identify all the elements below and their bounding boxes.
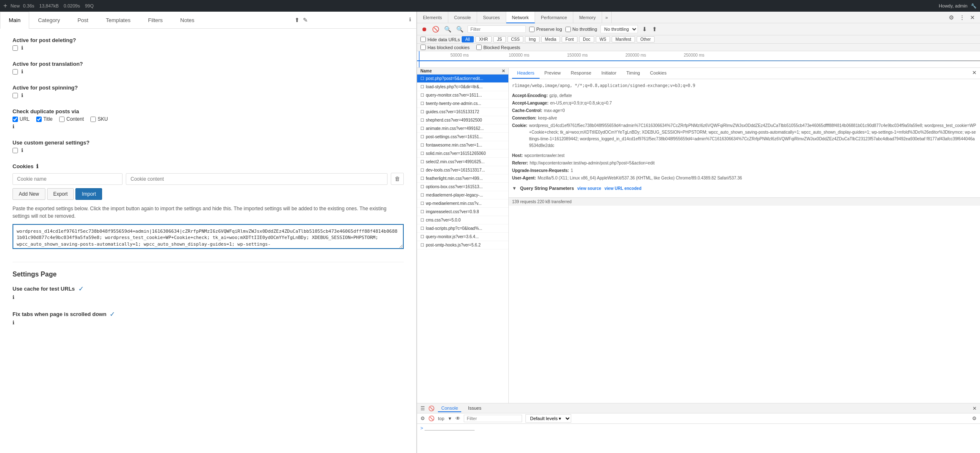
console-clear-icon[interactable]: 🚫 (428, 406, 435, 411)
blocked-requests-checkbox[interactable] (476, 45, 482, 50)
duplicate-check-info-icon[interactable]: ℹ (12, 124, 15, 129)
disable-cache-checkbox[interactable] (565, 27, 571, 32)
filter-button[interactable]: 🔍 (443, 25, 452, 33)
tab-templates[interactable]: Templates (97, 12, 139, 28)
import-textarea[interactable]: wordpress_d14cd1ef9761f5ec738b048f955659… (12, 224, 404, 249)
info-button[interactable]: ℹ (404, 12, 416, 28)
console-filter-input[interactable] (464, 415, 522, 422)
hide-data-urls-checkbox[interactable] (420, 37, 426, 42)
duplicate-content-checkbox[interactable] (59, 117, 65, 122)
request-item-0[interactable]: ☐ post.php?post=5&action=edit... (417, 75, 508, 83)
custom-settings-info-icon[interactable]: ℹ (21, 147, 23, 153)
filter-other-button[interactable]: Other (637, 36, 655, 42)
cookie-content-input[interactable] (126, 173, 388, 185)
request-item-7[interactable]: ☐ post-settings.css?ver=16151... (417, 133, 508, 141)
custom-settings-checkbox[interactable] (12, 148, 18, 153)
duplicate-check-url[interactable]: URL (12, 116, 30, 122)
duplicate-check-content[interactable]: Content (59, 116, 84, 122)
request-item-13[interactable]: ☐ options-box.css?ver=161513... (417, 183, 508, 191)
request-item-1[interactable]: ☐ load-styles.php?c=0&dir=ltr&... (417, 83, 508, 91)
export-har-button[interactable]: ⬆ (651, 25, 658, 33)
has-blocked-cookies-label[interactable]: Has blocked cookies (420, 45, 470, 50)
cookie-delete-button[interactable]: 🗑 (391, 173, 404, 185)
devtools-tab-console[interactable]: Console (448, 12, 477, 23)
console-context-dropdown[interactable]: ▼ (448, 416, 452, 421)
request-item-18[interactable]: ☐ load-scripts.php?c=0&load%... (417, 224, 508, 233)
filter-css-button[interactable]: CSS (508, 36, 524, 42)
post-spinning-checkbox[interactable] (12, 93, 18, 98)
details-tab-cookies[interactable]: Cookies (645, 68, 672, 79)
tab-category[interactable]: Category (29, 12, 69, 28)
request-item-11[interactable]: ☐ dev-tools.css?ver=161513317... (417, 166, 508, 174)
filter-media-button[interactable]: Media (541, 36, 560, 42)
devtools-tab-memory[interactable]: Memory (573, 12, 602, 23)
request-item-20[interactable]: ☐ post-smtp-hooks.js?ver=5.6.2 (417, 241, 508, 249)
details-tab-headers[interactable]: Headers (512, 68, 540, 79)
console-levels-select[interactable]: Default levels ▾ (525, 414, 571, 423)
console-input-cursor[interactable] (425, 426, 475, 431)
duplicate-check-title[interactable]: Title (36, 116, 52, 122)
console-tab-issues[interactable]: Issues (465, 405, 485, 412)
request-item-6[interactable]: ☐ animate.min.css?ver=499162... (417, 124, 508, 133)
details-tab-response[interactable]: Response (566, 68, 597, 79)
filter-doc-button[interactable]: Doc (579, 36, 594, 42)
filter-font-button[interactable]: Font (562, 36, 578, 42)
cookies-info-icon[interactable]: ℹ (36, 163, 38, 169)
throttle-select[interactable]: No throttling (600, 25, 638, 33)
import-har-button[interactable]: ⬇ (641, 25, 648, 33)
upload-icon[interactable]: ⬆ (295, 17, 300, 23)
filter-img-button[interactable]: Img (525, 36, 540, 42)
close-details-icon[interactable]: ✕ (502, 69, 505, 73)
record-button[interactable]: ⏺ (420, 25, 428, 33)
request-item-14[interactable]: ☐ mediaelement-player-legacy-... (417, 191, 508, 199)
add-new-cookie-button[interactable]: Add New (12, 188, 45, 200)
devtools-more-icon[interactable]: ⋮ (958, 13, 967, 22)
post-spinning-info-icon[interactable]: ℹ (21, 92, 23, 98)
devtools-tab-sources[interactable]: Sources (477, 12, 506, 23)
devtools-settings-icon[interactable]: ⚙ (947, 13, 956, 22)
post-deleting-info-icon[interactable]: ℹ (21, 45, 23, 51)
devtools-tab-network[interactable]: Network (506, 12, 535, 23)
console-block-icon[interactable]: 🚫 (428, 416, 435, 421)
export-cookie-button[interactable]: Export (47, 188, 74, 200)
tab-notes[interactable]: Notes (172, 12, 203, 28)
request-item-8[interactable]: ☐ fontawesome.min.css?ver=1... (417, 141, 508, 149)
console-tab-console[interactable]: Console (438, 405, 461, 412)
view-source-link[interactable]: view source (578, 185, 601, 192)
import-cookie-button[interactable]: Import (75, 188, 102, 200)
filter-ws-button[interactable]: WS (596, 36, 610, 42)
network-filter-input[interactable] (468, 25, 526, 33)
request-item-19[interactable]: ☐ query-monitor.js?ver=3.6.4... (417, 233, 508, 241)
duplicate-sku-checkbox[interactable] (90, 117, 96, 122)
details-tab-initiator[interactable]: Initiator (596, 68, 621, 79)
devtools-close-icon[interactable]: ✕ (968, 13, 977, 22)
add-button[interactable]: + (3, 2, 7, 10)
disable-cache-label[interactable]: No throttling (565, 27, 597, 32)
request-item-17[interactable]: ☐ cms.css?ver=5.0.0 (417, 216, 508, 224)
clear-button[interactable]: 🚫 (431, 25, 440, 33)
has-blocked-cookies-checkbox[interactable] (420, 45, 426, 50)
post-deleting-checkbox[interactable] (12, 45, 18, 51)
post-translation-checkbox[interactable] (12, 69, 18, 75)
request-item-16[interactable]: ☐ imgareaselect.css?ver=0.9.8 (417, 208, 508, 216)
filter-js-button[interactable]: JS (493, 36, 506, 42)
duplicate-check-sku[interactable]: SKU (90, 116, 108, 122)
filter-xhr-button[interactable]: XHR (475, 36, 492, 42)
details-tab-preview[interactable]: Preview (540, 68, 566, 79)
request-item-9[interactable]: ☐ solid.min.css?ver=16151265060 (417, 149, 508, 158)
filter-all-button[interactable]: All (462, 36, 474, 42)
blocked-requests-label[interactable]: Blocked Requests (476, 45, 520, 50)
fix-tabs-info-icon[interactable]: ℹ (12, 320, 15, 326)
edit-icon[interactable]: ✎ (303, 17, 308, 23)
console-settings-icon[interactable]: ⚙ (972, 416, 977, 421)
duplicate-title-checkbox[interactable] (36, 117, 42, 122)
console-close-icon[interactable]: ✕ (972, 406, 977, 411)
hide-data-urls-label[interactable]: Hide data URLs (420, 37, 460, 42)
devtools-tab-performance[interactable]: Performance (535, 12, 573, 23)
use-cache-info-icon[interactable]: ℹ (12, 294, 15, 300)
details-close-icon[interactable]: ✕ (972, 70, 977, 76)
filter-manifest-button[interactable]: Manifest (612, 36, 635, 42)
devtools-tab-more[interactable]: » (602, 12, 612, 23)
post-translation-info-icon[interactable]: ℹ (21, 69, 23, 75)
cookie-name-input[interactable] (12, 173, 122, 185)
